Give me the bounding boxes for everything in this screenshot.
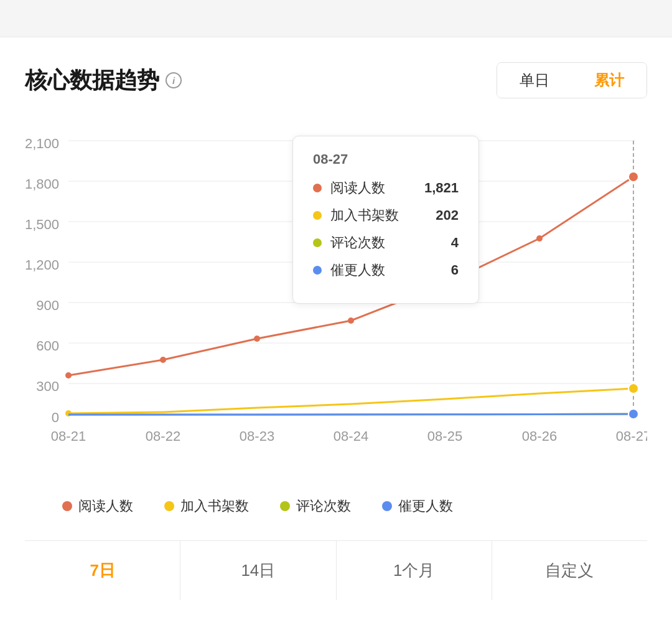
svg-text:08-26: 08-26 — [522, 428, 557, 444]
svg-text:1,800: 1,800 — [25, 176, 59, 192]
svg-text:900: 900 — [36, 298, 59, 313]
tooltip-value-shelf: 202 — [421, 207, 459, 223]
svg-text:600: 600 — [36, 338, 59, 354]
svg-point-32 — [628, 383, 638, 393]
svg-point-30 — [628, 172, 638, 182]
time-tab-7day[interactable]: 7日 — [25, 541, 180, 600]
svg-text:08-23: 08-23 — [240, 428, 274, 444]
legend-item-urge: 催更人数 — [382, 497, 453, 515]
toggle-buttons: 单日 累计 — [497, 62, 647, 98]
tooltip-dot-comment — [313, 238, 322, 247]
svg-text:08-21: 08-21 — [51, 428, 86, 444]
page-title: 核心数据趋势 — [25, 65, 159, 96]
svg-point-29 — [536, 235, 543, 242]
svg-text:300: 300 — [36, 379, 59, 394]
time-tab-custom[interactable]: 自定义 — [492, 541, 647, 600]
chart-container: 2,100 1,800 1,500 1,200 900 600 300 0 08… — [25, 117, 647, 466]
legend-label-shelf: 加入书架数 — [180, 497, 249, 515]
tooltip-row-shelf: 加入书架数 202 — [313, 206, 459, 225]
svg-text:1,200: 1,200 — [25, 257, 59, 273]
time-tabs: 7日 14日 1个月 自定义 — [25, 540, 647, 600]
tooltip-dot-urge — [313, 266, 322, 275]
svg-text:0: 0 — [52, 410, 59, 425]
legend-label-comment: 评论次数 — [296, 497, 351, 515]
svg-point-26 — [254, 336, 260, 342]
legend-item-read: 阅读人数 — [62, 497, 133, 515]
tooltip-date: 08-27 — [313, 151, 459, 167]
cumulative-toggle[interactable]: 累计 — [572, 63, 646, 98]
tooltip-value-comment: 4 — [421, 235, 459, 251]
top-bar — [0, 0, 672, 37]
svg-point-34 — [628, 409, 638, 419]
tooltip-value-urge: 6 — [421, 262, 459, 278]
tooltip-row-comment: 评论次数 4 — [313, 233, 459, 252]
legend-item-comment: 评论次数 — [280, 497, 351, 515]
svg-text:08-24: 08-24 — [334, 428, 368, 444]
legend-dot-comment — [280, 501, 290, 511]
svg-text:2,100: 2,100 — [25, 136, 59, 151]
tooltip-dot-shelf — [313, 211, 322, 220]
svg-text:08-22: 08-22 — [146, 428, 180, 444]
time-tab-14day[interactable]: 14日 — [180, 541, 336, 600]
legend-dot-read — [62, 501, 72, 511]
legend-item-shelf: 加入书架数 — [164, 497, 249, 515]
legend-label-read: 阅读人数 — [78, 497, 133, 515]
info-icon[interactable]: i — [166, 72, 182, 88]
tooltip-row-read: 阅读人数 1,821 — [313, 179, 459, 197]
svg-text:1,500: 1,500 — [25, 217, 59, 232]
tooltip-dot-read — [313, 184, 322, 192]
single-day-toggle[interactable]: 单日 — [497, 63, 572, 98]
legend-dot-urge — [382, 501, 392, 511]
tooltip-row-urge: 催更人数 6 — [313, 261, 459, 280]
legend-dot-shelf — [164, 501, 174, 511]
time-tab-1month[interactable]: 1个月 — [337, 541, 492, 600]
svg-point-27 — [348, 318, 354, 324]
svg-text:08-25: 08-25 — [427, 428, 462, 444]
main-content: 核心数据趋势 i 单日 累计 2,100 1,800 1,500 1,200 9… — [0, 37, 672, 600]
tooltip-label-comment: 评论次数 — [330, 233, 413, 252]
svg-point-25 — [160, 357, 166, 363]
tooltip-value-read: 1,821 — [421, 180, 459, 196]
legend-label-urge: 催更人数 — [398, 497, 453, 515]
svg-point-24 — [65, 372, 72, 379]
tooltip-label-shelf: 加入书架数 — [330, 206, 413, 225]
tooltip-label-urge: 催更人数 — [330, 261, 413, 280]
tooltip-box: 08-27 阅读人数 1,821 加入书架数 202 评论次数 4 催更人数 6 — [292, 136, 479, 304]
section-title: 核心数据趋势 i — [25, 65, 182, 96]
section-header: 核心数据趋势 i 单日 累计 — [25, 62, 647, 98]
chart-legend: 阅读人数 加入书架数 评论次数 催更人数 — [25, 484, 647, 534]
tooltip-label-read: 阅读人数 — [330, 179, 413, 197]
svg-text:08-27: 08-27 — [616, 428, 647, 444]
